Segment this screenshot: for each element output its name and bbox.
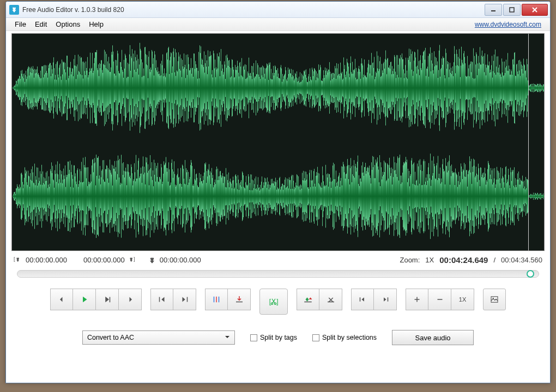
playback-group xyxy=(50,289,142,315)
svg-rect-1 xyxy=(510,8,514,12)
marker-group xyxy=(205,289,251,315)
split-selections-label: Split by selections xyxy=(322,334,377,341)
zoom-value: 1X xyxy=(425,256,434,264)
svg-text:[: [ xyxy=(14,256,15,262)
chevron-down-icon xyxy=(225,334,230,341)
svg-text:]: ] xyxy=(134,256,135,262)
menu-file[interactable]: File xyxy=(10,19,31,29)
checkbox-icon xyxy=(250,334,257,341)
minimize-button[interactable] xyxy=(485,4,502,16)
format-combobox[interactable]: Convert to AAC xyxy=(82,330,235,345)
window-title: Free Audio Editor v. 1.0.3 build 820 xyxy=(22,6,124,14)
nav-group xyxy=(351,289,397,315)
scissors-icon xyxy=(148,256,156,265)
svg-rect-6 xyxy=(186,297,188,302)
svg-rect-15 xyxy=(304,302,312,303)
zoom-in-button[interactable] xyxy=(406,289,428,310)
bottom-controls: Convert to AAC Split by tags Split by se… xyxy=(6,319,550,353)
zoom-reset-button[interactable]: 1X xyxy=(451,289,474,310)
playhead-cursor[interactable] xyxy=(528,34,529,250)
svg-rect-17 xyxy=(360,297,361,302)
selection-times: [ 00:00:00.000 00:00:00.000 ] 00:00:00.0… xyxy=(14,256,201,265)
cut-button[interactable]: [] xyxy=(259,289,288,315)
add-markers-button[interactable] xyxy=(205,289,228,310)
svg-rect-7 xyxy=(214,297,215,303)
snapshot-button[interactable] xyxy=(483,289,506,310)
selection-end: 00:00:00.000 xyxy=(83,256,125,264)
titlebar[interactable]: Free Audio Editor v. 1.0.3 build 820 xyxy=(6,2,550,18)
save-audio-button[interactable]: Save audio xyxy=(392,330,474,345)
close-button[interactable] xyxy=(522,4,548,16)
selection-start: 00:00:00.000 xyxy=(26,256,67,264)
time-info-row: [ 00:00:00.000 00:00:00.000 ] 00:00:00.0… xyxy=(6,252,550,268)
selection-duration: 00:00:00.000 xyxy=(160,256,201,264)
go-start-button[interactable] xyxy=(351,289,374,310)
format-selected: Convert to AAC xyxy=(87,334,134,341)
zoom-label: Zoom: xyxy=(400,256,420,264)
delete-button[interactable] xyxy=(319,289,342,310)
svg-rect-8 xyxy=(216,297,217,303)
skip-group xyxy=(150,289,196,315)
menu-help[interactable]: Help xyxy=(84,19,108,29)
website-link[interactable]: www.dvdvideosoft.com xyxy=(475,21,546,28)
go-end-button[interactable] xyxy=(374,289,397,310)
svg-rect-0 xyxy=(491,10,495,11)
toolbar: [] 1X xyxy=(6,280,550,319)
svg-rect-10 xyxy=(236,302,243,303)
zoom-group: 1X xyxy=(406,289,474,315)
svg-rect-9 xyxy=(219,297,220,303)
import-marker-button[interactable] xyxy=(228,289,251,310)
split-selections-checkbox[interactable]: Split by selections xyxy=(312,334,377,341)
split-tags-checkbox[interactable]: Split by tags xyxy=(250,334,297,341)
svg-point-20 xyxy=(493,298,494,299)
checkbox-icon xyxy=(312,334,319,341)
trim-button[interactable] xyxy=(297,289,319,310)
waveform-display[interactable] xyxy=(11,33,545,251)
menu-options[interactable]: Options xyxy=(51,19,84,29)
app-icon xyxy=(9,5,19,15)
window-controls xyxy=(485,4,550,16)
svg-text:]: ] xyxy=(276,298,278,305)
selection-end-icon: ] xyxy=(128,256,137,265)
play-selection-button[interactable] xyxy=(96,289,119,310)
split-tags-label: Split by tags xyxy=(260,334,297,341)
playback-time: Zoom: 1X 00:04:24.649 / 00:04:34.560 xyxy=(400,255,542,265)
next-button[interactable] xyxy=(119,289,142,310)
current-position: 00:04:24.649 xyxy=(439,255,488,265)
prev-button[interactable] xyxy=(50,289,73,310)
time-separator: / xyxy=(493,256,495,264)
main-window: Free Audio Editor v. 1.0.3 build 820 Fil… xyxy=(5,1,551,383)
zoom-out-button[interactable] xyxy=(428,289,451,310)
svg-rect-16 xyxy=(328,302,334,303)
skip-end-button[interactable] xyxy=(173,289,196,310)
menubar: File Edit Options Help www.dvdvideosoft.… xyxy=(6,18,550,31)
skip-start-button[interactable] xyxy=(150,289,173,310)
svg-rect-18 xyxy=(387,297,388,302)
edit-group xyxy=(297,289,342,315)
total-duration: 00:04:34.560 xyxy=(501,256,542,264)
selection-start-icon: [ xyxy=(14,256,22,265)
seek-slider-row xyxy=(6,268,550,280)
seek-thumb[interactable] xyxy=(527,270,534,278)
svg-rect-5 xyxy=(159,297,160,302)
menu-edit[interactable]: Edit xyxy=(31,19,51,29)
maximize-button[interactable] xyxy=(503,4,521,16)
play-button[interactable] xyxy=(73,289,96,310)
seek-slider[interactable] xyxy=(17,270,539,278)
svg-rect-4 xyxy=(109,297,110,303)
